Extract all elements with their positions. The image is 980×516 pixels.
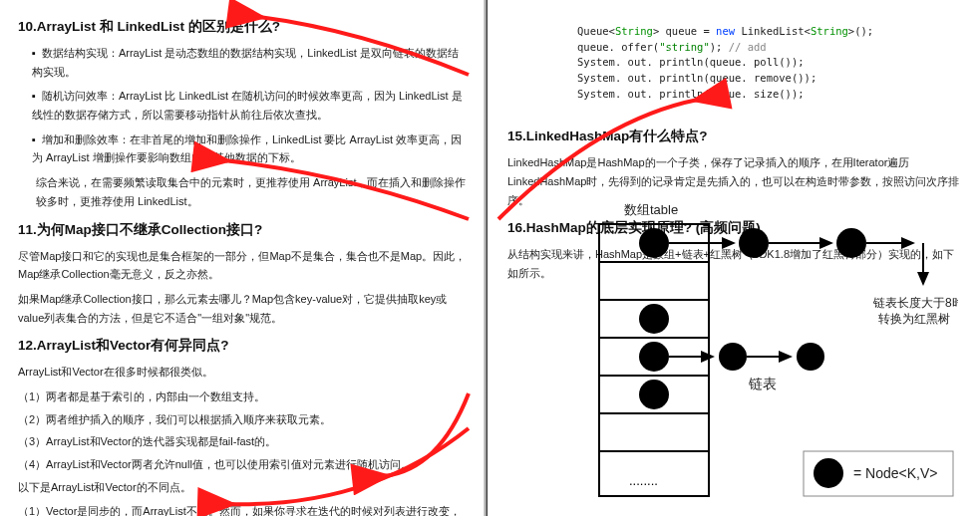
list-label: 链表 <box>748 376 777 391</box>
svg-point-18 <box>719 343 747 371</box>
code: // add <box>729 41 767 53</box>
hashmap-diagram: 数组table ........ <box>579 199 958 508</box>
q12-i3: （3）ArrayList和Vector的迭代器实现都是fail-fast的。 <box>18 432 468 451</box>
q12-i4: （4）ArrayList和Vector两者允许null值，也可以使用索引值对元素… <box>18 455 468 474</box>
q12-d1: （1）Vector是同步的，而ArrayList不是。然而，如果你寻求在迭代的时… <box>18 502 468 516</box>
code-snippet: Queue<String> queue = new LinkedList<Str… <box>507 8 962 118</box>
code: System. out. println(queue. poll()); <box>577 56 805 68</box>
svg-point-20 <box>797 343 824 371</box>
code: System. out. println(queue. size()); <box>577 88 805 100</box>
code: System. out. println(queue. remove()); <box>577 72 817 84</box>
q12-i2: （2）两者维护插入的顺序，我们可以根据插入顺序来获取元素。 <box>18 410 468 429</box>
q12-p1: ArrayList和Vector在很多时候都很类似。 <box>18 363 468 382</box>
code: LinkedList< <box>735 25 811 37</box>
svg-point-8 <box>639 304 669 334</box>
svg-rect-1 <box>599 262 709 300</box>
code: queue. offer( <box>577 41 659 53</box>
dots: ........ <box>629 473 658 488</box>
right-page: Queue<String> queue = new LinkedList<Str… <box>490 0 980 516</box>
q12-i1: （1）两者都是基于索引的，内部由一个数组支持。 <box>18 387 468 406</box>
q10-title: 10.ArrayList 和 LinkedList 的区别是什么? <box>18 18 468 36</box>
tree-note1: 链表长度大于8时 <box>872 296 958 310</box>
q10-b3: 增加和删除效率：在非首尾的增加和删除操作，LinkedList 要比 Array… <box>32 130 468 167</box>
q12-p2: 以下是ArrayList和Vector的不同点。 <box>18 478 468 497</box>
q10-b1: 数据结构实现：ArrayList 是动态数组的数据结构实现，LinkedList… <box>32 44 468 81</box>
svg-point-14 <box>836 228 866 258</box>
svg-point-12 <box>739 228 769 258</box>
left-page: 10.ArrayList 和 LinkedList 的区别是什么? 数据结构实现… <box>0 0 488 516</box>
q10-b2: 随机访问效率：ArrayList 比 LinkedList 在随机访问的时候效率… <box>32 87 468 124</box>
q11-title: 11.为何Map接口不继承Collection接口? <box>18 221 468 239</box>
code: String <box>811 25 848 37</box>
code: new <box>716 25 735 37</box>
node-legend: = Node<K,V> <box>853 465 937 481</box>
q10-summary: 综合来说，在需要频繁读取集合中的元素时，更推荐使用 ArrayList，而在插入… <box>18 173 468 210</box>
code: String <box>615 25 653 37</box>
table-label: 数组table <box>624 202 678 217</box>
tree-note2: 转换为红黑树 <box>878 312 950 326</box>
svg-rect-5 <box>599 413 709 451</box>
code: Queue< <box>577 25 615 37</box>
svg-point-10 <box>639 380 669 409</box>
code: >(); <box>848 25 873 37</box>
q15-title: 15.LinkedHashMap有什么特点? <box>507 128 962 145</box>
svg-point-9 <box>639 342 669 372</box>
svg-point-21 <box>814 458 843 488</box>
q12-title: 12.ArrayList和Vector有何异同点? <box>18 337 468 355</box>
q10-list: 数据结构实现：ArrayList 是动态数组的数据结构实现，LinkedList… <box>18 44 468 167</box>
svg-point-7 <box>639 228 669 258</box>
code: ); <box>710 41 729 53</box>
q11-p1: 尽管Map接口和它的实现也是集合框架的一部分，但Map不是集合，集合也不是Map… <box>18 247 468 284</box>
page-divider <box>484 0 487 516</box>
code: > queue = <box>653 25 716 37</box>
q11-p2: 如果Map继承Collection接口，那么元素去哪儿？Map包含key-val… <box>18 290 468 327</box>
code: "string" <box>659 41 710 53</box>
